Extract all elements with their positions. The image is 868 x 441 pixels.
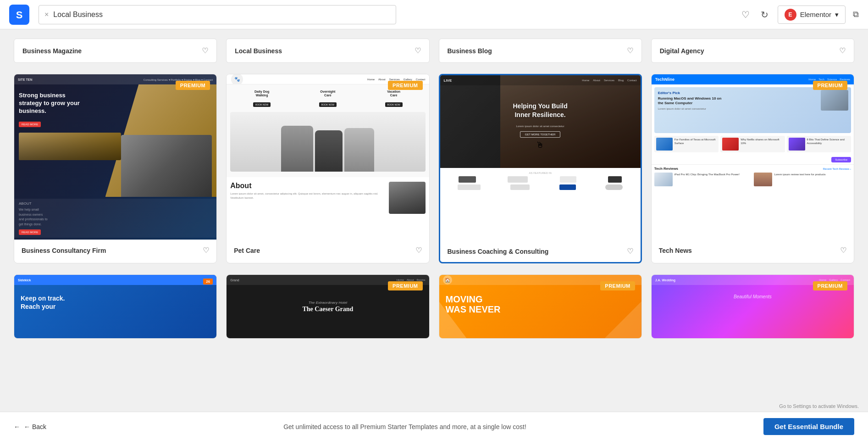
app-logo[interactable]: S <box>9 5 29 25</box>
back-arrow-icon: ← <box>14 423 20 430</box>
get-essential-bundle-button[interactable]: Get Essential Bundle <box>763 418 854 435</box>
category-local-business[interactable]: Local Business ♡ <box>226 39 429 63</box>
category-business-magazine[interactable]: Business Magazine ♡ <box>14 39 217 63</box>
category-label: Business Blog <box>448 47 492 55</box>
keep-track-badge: 26 <box>203 279 213 285</box>
elementor-icon: E <box>785 9 796 21</box>
template-card-pet-care[interactable]: PREMIUM 🐾 Home About Services Gallery Co… <box>226 74 429 263</box>
card-footer-tech-news: Tech News ♡ <box>652 240 854 261</box>
card-image-pet-care: PREMIUM 🐾 Home About Services Gallery Co… <box>227 74 429 240</box>
elementor-label: Elementor <box>800 11 831 18</box>
template-card-business-consultancy[interactable]: PREMIUM SITE TEN Consulting Services ▾ P… <box>14 74 217 263</box>
caeser-title: The Caeser Grand <box>302 306 353 313</box>
premium-badge: PREMIUM <box>388 81 422 90</box>
clear-search-icon[interactable]: × <box>44 11 49 19</box>
template-heart[interactable]: ♡ <box>415 246 422 255</box>
template-name: Business Consultancy Firm <box>22 247 106 254</box>
template-grid: PREMIUM SITE TEN Consulting Services ▾ P… <box>14 74 854 263</box>
windows-notice: Go to Settings to activate Windows. <box>779 403 859 409</box>
card-footer-pet-care: Pet Care ♡ <box>227 240 429 261</box>
template-card-keep-track[interactable]: Sidekick Keep on track.Reach your 26 <box>14 274 217 339</box>
category-heart[interactable]: ♡ <box>627 46 633 55</box>
card-image-tech-news: PREMIUM TechNline Home Tech Science Revi… <box>652 74 854 240</box>
search-bar: × <box>39 5 396 24</box>
refresh-button[interactable]: ↻ <box>759 7 770 22</box>
back-label: ← Back <box>24 423 46 430</box>
elementor-selector[interactable]: E Elementor ▾ <box>778 6 846 24</box>
template-card-tech-news[interactable]: PREMIUM TechNline Home Tech Science Revi… <box>651 74 854 263</box>
svg-text:S: S <box>16 9 23 21</box>
category-label: Local Business <box>235 47 282 55</box>
template-card-moving[interactable]: PREMIUM 🏠 MOVINGWAS NEVER <box>439 274 642 339</box>
template-card-gradient[interactable]: PREMIUM J.A. Wedding Home Gallery Contac… <box>651 274 854 339</box>
category-label: Digital Agency <box>660 47 704 55</box>
category-digital-agency[interactable]: Digital Agency ♡ <box>651 39 854 63</box>
template-name: Pet Care <box>234 247 260 254</box>
category-heart[interactable]: ♡ <box>839 46 846 55</box>
template-name: Business Coaching & Consulting <box>448 248 549 255</box>
template-heart[interactable]: ♡ <box>840 246 846 255</box>
promo-text: Get unlimited access to all Premium Star… <box>46 423 763 430</box>
template-card-business-coaching[interactable]: LIVE Home About Services Blog Contact <box>439 74 642 263</box>
template-heart[interactable]: ♡ <box>627 247 633 256</box>
category-row: Business Magazine ♡ Local Business ♡ Bus… <box>14 39 854 63</box>
card-footer-business-coaching: Business Coaching & Consulting ♡ <box>440 240 641 262</box>
card-image-business-coaching: LIVE Home About Services Blog Contact <box>440 75 641 240</box>
category-label: Business Magazine <box>22 47 82 55</box>
moving-title: MOVINGWAS NEVER <box>446 294 635 314</box>
back-button[interactable]: ← ← Back <box>14 423 46 430</box>
premium-badge: PREMIUM <box>176 81 210 90</box>
footer: ← ← Back Get unlimited access to all Pre… <box>0 412 868 441</box>
card-footer-business-consultancy: Business Consultancy Firm ♡ <box>14 240 216 261</box>
favorites-button[interactable]: ♡ <box>740 7 752 22</box>
template-card-caeser-grand[interactable]: PREMIUM Grand Home About Rooms The Extra… <box>226 274 429 339</box>
premium-badge: PREMIUM <box>388 281 422 290</box>
card-image-business-consultancy: PREMIUM SITE TEN Consulting Services ▾ P… <box>14 74 216 240</box>
search-input[interactable] <box>53 11 390 19</box>
category-heart[interactable]: ♡ <box>202 46 208 55</box>
category-heart[interactable]: ♡ <box>415 46 421 55</box>
header: S × ♡ ↻ E Elementor ▾ ⧉ <box>0 0 868 29</box>
bottom-template-grid: Sidekick Keep on track.Reach your 26 PRE… <box>14 274 854 339</box>
premium-badge: PREMIUM <box>813 81 847 90</box>
category-business-blog[interactable]: Business Blog ♡ <box>439 39 642 63</box>
keep-track-title: Keep on track.Reach your <box>21 294 210 311</box>
template-name: Tech News <box>659 247 692 254</box>
chevron-down-icon: ▾ <box>835 11 839 19</box>
main-content: Business Magazine ♡ Local Business ♡ Bus… <box>0 29 868 375</box>
premium-badge: PREMIUM <box>813 281 847 290</box>
premium-badge: PREMIUM <box>600 281 635 290</box>
header-actions: ♡ ↻ E Elementor ▾ ⧉ <box>740 6 859 24</box>
template-heart[interactable]: ♡ <box>203 246 209 255</box>
caeser-subtitle: The Extraordinary Hotel <box>302 301 353 305</box>
external-link-icon[interactable]: ⧉ <box>853 10 859 19</box>
